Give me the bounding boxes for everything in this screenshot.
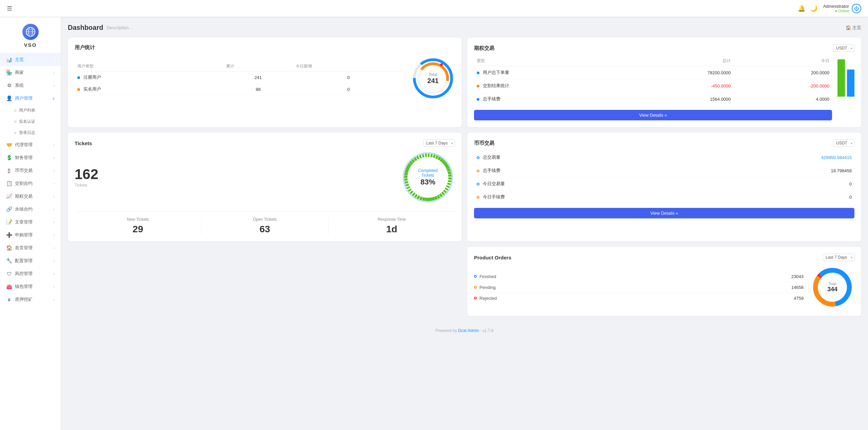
notification-icon[interactable]: 🔔 — [798, 5, 805, 12]
table-row: 总手续费 1564.0000 4.0000 — [474, 93, 832, 106]
product-donut-label: Total 344 — [827, 282, 837, 293]
coin-view-details-button[interactable]: View Details » — [474, 208, 854, 218]
sub-dot-icon — [14, 121, 16, 123]
sidebar-item-agent-mgmt[interactable]: 🤝 代理管理 › — [0, 138, 61, 151]
response-time-value: 1d — [329, 224, 455, 235]
article-icon: 📝 — [6, 219, 12, 225]
order-dot — [474, 297, 477, 299]
contract-icon: 📋 — [6, 180, 12, 187]
futures-card-header: 期权交易 USDT — [474, 44, 854, 52]
tickets-response-stat: Response Time 1d — [329, 217, 455, 235]
tickets-card: Tickets Last 7 Days 162 Tickets — [68, 133, 462, 241]
product-orders-filter-select[interactable]: Last 7 Days — [823, 254, 854, 261]
coin-icon: ₿ — [6, 168, 12, 174]
open-tickets-value: 63 — [201, 224, 328, 235]
tickets-header: Tickets Last 7 Days — [75, 139, 455, 147]
mining-icon: ¥ — [6, 297, 12, 302]
sidebar-item-merchant[interactable]: 🏪 商家 › — [0, 66, 61, 79]
middle-row: Tickets Last 7 Days 162 Tickets — [68, 133, 861, 241]
coin-table: 总交易量 429950.584415 总手续费 18.798458 — [474, 151, 854, 204]
order-item-rejected: Rejected 4759 — [474, 293, 804, 304]
table-row: 今日交易量 0 — [474, 177, 854, 191]
sidebar-item-coin-trade[interactable]: ₿ 币币交易 › — [0, 164, 61, 177]
home-breadcrumb[interactable]: 🏠 主页 — [846, 25, 861, 31]
tickets-content: 162 Tickets — [75, 150, 455, 204]
hamburger-icon[interactable]: ☰ — [7, 5, 12, 12]
sidebar-item-risk[interactable]: 🛡 风控管理 › — [0, 267, 61, 280]
futures-view-details-button[interactable]: View Details » — [474, 110, 832, 120]
product-donut: Total 344 — [810, 265, 854, 309]
chevron-right-icon: › — [54, 246, 55, 250]
wallet-icon: 👛 — [6, 284, 12, 290]
stats-table: 用户类型 累计 今日新增 注册用户 — [75, 61, 404, 95]
sidebar-item-label: 主页 — [15, 57, 24, 63]
chevron-right-icon: › — [54, 143, 55, 147]
order-item-finished: Finished 23043 — [474, 271, 804, 282]
sidebar-item-homepage[interactable]: 🏠 首页管理 › — [0, 241, 61, 254]
product-orders-header: Product Orders Last 7 Days — [474, 254, 854, 261]
bottom-row: Product Orders Last 7 Days Finished 2304… — [68, 247, 861, 316]
footer-link[interactable]: Dcat Admin — [458, 328, 479, 333]
product-orders-filter-wrap[interactable]: Last 7 Days — [823, 254, 854, 261]
sidebar-item-label: 币币交易 — [15, 168, 33, 174]
sidebar-item-label: 质押挖矿 — [15, 296, 33, 302]
sidebar-item-label: 财务管理 — [15, 155, 33, 161]
sidebar-item-dashboard[interactable]: 📊 主页 — [0, 53, 61, 66]
table-row: 实名用户 88 0 — [75, 83, 404, 95]
currency-select-wrap[interactable]: USDT — [833, 44, 854, 52]
sidebar-item-mining[interactable]: ¥ 质押挖矿 › — [0, 293, 61, 306]
power-button[interactable]: ⏻ — [852, 4, 861, 13]
currency-select[interactable]: USDT — [833, 44, 854, 52]
table-row: 用户总下单量 78200.0000 200.0000 — [474, 66, 832, 79]
sidebar-item-apply[interactable]: ➕ 申购管理 › — [0, 229, 61, 241]
sidebar-item-article[interactable]: 📝 文章管理 › — [0, 216, 61, 229]
main-content: Dashboard Description... 🏠 主页 用户统计 — [61, 17, 868, 430]
order-value: 4759 — [794, 296, 804, 301]
user-stats-card: 用户统计 用户类型 累计 今日新增 — [68, 38, 462, 127]
sidebar-item-system[interactable]: ⚙ 系统 › — [0, 79, 61, 92]
coin-currency-select[interactable]: USDT — [833, 139, 854, 147]
page-header: Dashboard Description... 🏠 主页 — [68, 24, 861, 32]
topbar-left: ☰ — [7, 5, 12, 12]
footer-text: Powered by — [436, 328, 457, 333]
coin-currency-select-wrap[interactable]: USDT — [833, 139, 854, 147]
sidebar-item-finance[interactable]: 💲 财务管理 › — [0, 151, 61, 164]
sidebar-item-config[interactable]: 🔧 配置管理 › — [0, 254, 61, 267]
bar-blue — [847, 70, 854, 97]
page-header-left: Dashboard Description... — [68, 24, 132, 32]
chevron-right-icon: › — [54, 220, 55, 224]
response-time-label: Response Time — [329, 217, 455, 222]
sidebar-item-user-mgmt[interactable]: 👤 用户管理 ∨ — [0, 92, 61, 105]
dot-icon — [77, 76, 80, 79]
order-item-pending: Pending 14658 — [474, 282, 804, 293]
sub-dot-icon — [14, 132, 16, 134]
new-tickets-label: New Tickets — [75, 217, 201, 222]
donut-label: Total 241 — [427, 72, 438, 85]
config-icon: 🔧 — [6, 258, 12, 264]
futures-icon: 📈 — [6, 193, 12, 199]
order-dot — [474, 286, 477, 289]
user-stats-table: 用户类型 累计 今日新增 注册用户 — [75, 61, 404, 95]
sidebar-item-wallet[interactable]: 👛 钱包管理 › — [0, 280, 61, 293]
product-orders-card: Product Orders Last 7 Days Finished 2304… — [467, 247, 861, 316]
product-orders-content: Finished 23043 Pending 14658 Rejected 47… — [474, 265, 854, 309]
bar-green — [837, 59, 845, 97]
chevron-right-icon: › — [54, 84, 55, 87]
sidebar-item-contract[interactable]: 📋 交割合约 › — [0, 177, 61, 190]
chevron-right-icon: › — [54, 298, 55, 301]
new-tickets-value: 29 — [75, 224, 201, 235]
completed-label: Completed Tickets — [414, 168, 441, 178]
footer: Powered by Dcat Admin · v1.7.8 — [68, 321, 861, 340]
sidebar-item-futures[interactable]: 📈 期权交易 › — [0, 190, 61, 203]
sidebar-subitem-realname[interactable]: 实名认证 — [0, 116, 61, 127]
tickets-filter-select[interactable]: Last 7 Days — [423, 139, 455, 147]
tickets-left: 162 Tickets — [75, 167, 394, 188]
user-stats-content: 用户类型 累计 今日新增 注册用户 — [75, 56, 455, 100]
sidebar-item-perpetual[interactable]: 🔗 永续合约 › — [0, 203, 61, 216]
sidebar-item-label: 系统 — [15, 82, 24, 89]
sidebar-subitem-userlist[interactable]: 用户列表 — [0, 105, 61, 116]
theme-icon[interactable]: 🌙 — [810, 5, 817, 12]
sidebar-subitem-login-log[interactable]: 登录日志 — [0, 127, 61, 138]
tickets-new-stat: New Tickets 29 — [75, 217, 201, 235]
tickets-filter-wrap[interactable]: Last 7 Days — [423, 139, 455, 147]
